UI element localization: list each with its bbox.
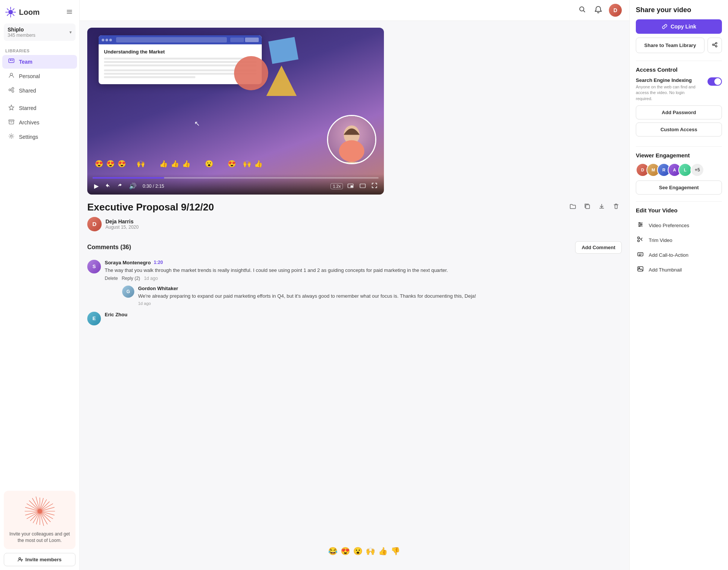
forward-button[interactable] <box>115 182 124 191</box>
play-button[interactable]: ▶ <box>93 182 100 190</box>
reply-comment-button[interactable]: Reply (2) <box>122 276 140 281</box>
reaction-1: 😍 <box>95 160 103 168</box>
settings-icon <box>8 133 15 141</box>
pip-button[interactable] <box>346 182 355 190</box>
trim-video-label: Trim Video <box>649 237 672 243</box>
notifications-button[interactable] <box>593 4 604 17</box>
add-thumbnail-item[interactable]: Add Thumbnail <box>636 262 722 277</box>
reactions-bar: 😍 😍 😍 🙌 👍 👍 👍 😮 😍 🙌 👍 <box>95 160 323 168</box>
svg-point-39 <box>19 557 20 559</box>
progress-fill <box>93 177 164 179</box>
thumbnail-icon <box>636 265 645 274</box>
search-engine-desc: Anyone on the web can find and access th… <box>636 84 697 102</box>
sidebar-item-shared[interactable]: Shared <box>2 84 77 97</box>
see-engagement-button[interactable]: See Engagement <box>636 181 722 195</box>
custom-access-button[interactable]: Custom Access <box>636 122 722 137</box>
sidebar-item-settings[interactable]: Settings <box>2 130 77 144</box>
volume-button[interactable]: 🔊 <box>127 182 138 190</box>
svg-point-64 <box>639 226 640 227</box>
sidebar-item-archives[interactable]: Archives <box>2 116 77 129</box>
share-to-team-button[interactable]: Share to Team Library <box>636 38 704 53</box>
duplicate-button[interactable] <box>582 201 593 213</box>
edit-video-title: Edit Your Video <box>636 207 722 214</box>
copy-link-button[interactable]: Copy Link <box>636 19 722 34</box>
sidebar-item-team-label: Team <box>19 59 33 65</box>
invite-members-button[interactable]: Invite members <box>4 553 75 566</box>
svg-point-62 <box>639 223 640 224</box>
emoji-laugh[interactable]: 😂 <box>328 546 338 556</box>
archive-icon <box>8 119 15 126</box>
speed-button[interactable]: 1.2x <box>330 183 343 189</box>
video-preferences-label: Video Preferences <box>649 223 689 228</box>
workspace-selector[interactable]: Shiplo 345 members ▾ <box>4 24 75 41</box>
svg-rect-9 <box>67 10 72 11</box>
video-player[interactable]: Understanding the Market <box>87 28 384 195</box>
share-row: Share to Team Library <box>636 38 722 53</box>
delete-button[interactable] <box>610 201 622 213</box>
emoji-raised-hands[interactable]: 🙌 <box>366 546 375 556</box>
search-engine-row: Search Engine Indexing Anyone on the web… <box>636 77 722 102</box>
svg-point-55 <box>712 44 714 46</box>
emoji-thumbs-down[interactable]: 👎 <box>391 546 400 556</box>
browser-url-bar <box>116 37 227 42</box>
svg-point-38 <box>38 509 42 513</box>
progress-bar[interactable] <box>93 177 379 179</box>
emoji-heart-eyes[interactable]: 😍 <box>341 546 350 556</box>
sidebar-item-shared-label: Shared <box>19 88 36 94</box>
comments-count: (36) <box>120 244 131 250</box>
rewind-button[interactable] <box>103 182 112 191</box>
fullscreen-button[interactable] <box>370 182 379 190</box>
video-info-section: Executive Proposal 9/12/20 D Deja Harr <box>80 201 629 241</box>
add-to-folder-button[interactable] <box>567 201 579 213</box>
emoji-gasp[interactable]: 😮 <box>353 546 363 556</box>
comment-body-soraya: Soraya Montenegro 1:20 The way that you … <box>105 260 622 306</box>
shared-icon <box>8 87 15 94</box>
controls-row: ▶ 🔊 0:30 / 2:15 1.2x <box>93 182 379 191</box>
search-engine-toggle[interactable] <box>708 77 722 86</box>
svg-point-56 <box>715 46 717 47</box>
add-password-button[interactable]: Add Password <box>636 105 722 119</box>
delete-comment-button[interactable]: Delete <box>105 276 118 281</box>
download-button[interactable] <box>596 201 607 213</box>
sidebar-item-starred[interactable]: Starred <box>2 101 77 115</box>
svg-line-68 <box>641 238 643 240</box>
sidebar-item-archives-label: Archives <box>19 119 39 126</box>
reaction-11: 👍 <box>254 160 263 168</box>
webcam-bubble <box>327 115 376 164</box>
loom-logo-icon <box>5 7 16 17</box>
trim-video-item[interactable]: Trim Video <box>636 233 722 248</box>
add-cta-item[interactable]: Add Call-to-Action <box>636 248 722 262</box>
svg-point-16 <box>10 73 13 75</box>
invite-banner-text: Invite your colleagues and get the most … <box>9 531 70 544</box>
share-options-button[interactable] <box>708 38 722 53</box>
loom-logo-text: Loom <box>19 8 39 17</box>
controls-right: 1.2x <box>330 182 379 190</box>
reaction-6: 👍 <box>171 160 179 168</box>
sidebar-item-personal[interactable]: Personal <box>2 69 77 83</box>
add-comment-button[interactable]: Add Comment <box>575 241 622 254</box>
time-display: 0:30 / 2:15 <box>143 184 164 189</box>
svg-point-0 <box>8 10 13 14</box>
sidebar-bottom: Invite your colleagues and get the most … <box>0 487 79 570</box>
comment-avatar-eric: E <box>87 312 101 325</box>
comment-text: The way that you walk through the market… <box>105 267 622 274</box>
add-cta-label: Add Call-to-Action <box>649 252 689 258</box>
comment-time-ago: 1d ago <box>144 276 158 281</box>
geometric-shapes <box>232 35 308 104</box>
svg-point-63 <box>641 224 642 225</box>
svg-rect-10 <box>67 11 72 12</box>
edit-video-section: Edit Your Video Video Preferences Trim V… <box>636 207 722 277</box>
sidebar-item-team[interactable]: Team <box>2 55 77 69</box>
starburst-icon <box>25 496 55 526</box>
emoji-thumbs-up[interactable]: 👍 <box>378 546 388 556</box>
search-button[interactable] <box>577 4 588 17</box>
link-icon <box>662 24 668 30</box>
sidebar-toggle-button[interactable] <box>65 7 74 17</box>
comments-header: Comments (36) Add Comment <box>87 241 622 254</box>
theater-button[interactable] <box>358 182 367 190</box>
reaction-4: 🙌 <box>137 160 145 168</box>
user-avatar[interactable]: D <box>609 4 622 17</box>
video-preferences-item[interactable]: Video Preferences <box>636 218 722 233</box>
sidebar-item-starred-label: Starred <box>19 105 36 111</box>
comment-author-row-eric: Eric Zhou <box>105 312 622 317</box>
